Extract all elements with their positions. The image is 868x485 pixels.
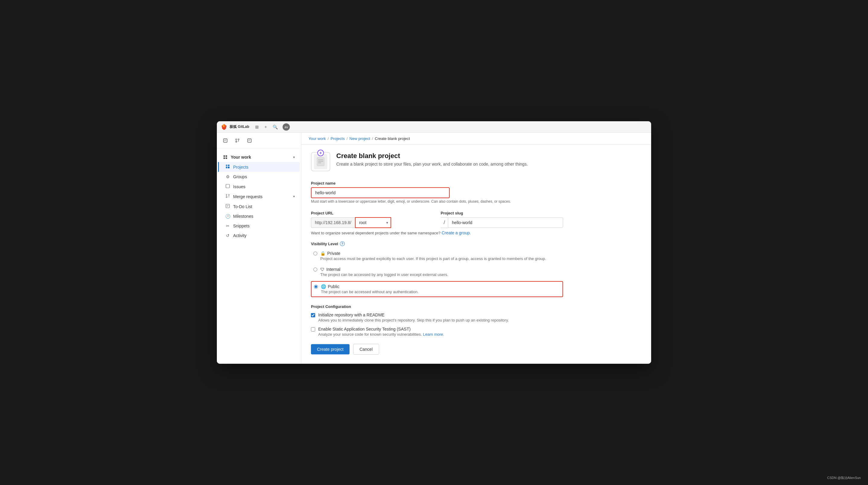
plus-icon: + xyxy=(317,150,324,156)
snippets-icon: ✂ xyxy=(225,223,230,228)
svg-rect-27 xyxy=(226,204,229,208)
sidebar-toggle-icon[interactable]: ⊞ xyxy=(255,125,259,129)
page-icon: + xyxy=(311,152,330,171)
merge-panel-icon[interactable] xyxy=(232,136,242,145)
project-name-section: Project name Must start with a lowercase… xyxy=(311,181,563,204)
chevron-icon: ▾ xyxy=(293,155,295,159)
svg-rect-21 xyxy=(228,166,229,168)
learn-more-link[interactable]: Learn more. xyxy=(423,332,444,337)
sidebar-item-projects-label: Projects xyxy=(233,165,249,170)
sidebar-item-activity-label: Activity xyxy=(233,233,246,238)
sidebar-item-snippets[interactable]: ✂ Snippets xyxy=(218,221,300,231)
public-label: 🌐 Public xyxy=(321,284,418,289)
enable-sast-desc: Analyze your source code for known secur… xyxy=(318,332,444,337)
visibility-private-option: 🔒 Private Project access must be granted… xyxy=(311,249,563,263)
url-slash: / xyxy=(441,217,448,228)
svg-rect-19 xyxy=(226,166,227,168)
breadcrumb-new-project[interactable]: New project xyxy=(349,136,370,141)
namespace-hint-text: Want to organize several dependent proje… xyxy=(311,231,441,235)
visibility-help-icon[interactable]: ? xyxy=(340,241,345,246)
sidebar-item-issues[interactable]: Issues xyxy=(218,182,300,191)
lock-icon: 🔒 xyxy=(320,251,326,256)
sidebar-item-merge-requests[interactable]: Merge requests ▾ xyxy=(218,191,300,202)
visibility-section: Visibility Level ? 🔒 Private Project acc… xyxy=(311,241,563,297)
main-content: Your work / Projects / New project / Cre… xyxy=(301,133,651,364)
svg-rect-5 xyxy=(223,139,227,142)
svg-rect-15 xyxy=(226,155,227,157)
svg-rect-14 xyxy=(223,155,225,157)
visibility-internal-radio[interactable] xyxy=(313,268,317,271)
svg-rect-22 xyxy=(226,184,229,188)
milestones-icon: 🕐 xyxy=(225,214,230,219)
your-work-label: Your work xyxy=(231,155,251,159)
app-logo: 极狐 GitLab xyxy=(220,123,249,130)
svg-rect-11 xyxy=(248,139,251,142)
create-project-button[interactable]: Create project xyxy=(311,344,349,355)
shield-icon: 🛡 xyxy=(320,267,324,272)
project-name-input[interactable] xyxy=(311,187,450,198)
your-work-section: Your work ▾ Projects ⚙ Groups xyxy=(217,151,301,242)
sidebar-item-groups-label: Groups xyxy=(233,174,247,179)
init-readme-desc: Allows you to immediately clone this pro… xyxy=(318,318,509,323)
visibility-public-radio[interactable] xyxy=(314,285,318,289)
visibility-private-radio[interactable] xyxy=(313,251,317,255)
breadcrumb-your-work[interactable]: Your work xyxy=(309,136,326,141)
page-header: + Create blank project Create xyxy=(311,152,563,171)
sidebar-item-snippets-label: Snippets xyxy=(233,223,249,228)
globe-icon: 🌐 xyxy=(321,284,326,289)
project-config-section: Project Configuration Initialize reposit… xyxy=(311,304,563,337)
visibility-internal-option: 🛡 Internal The project can be accessed b… xyxy=(311,265,563,279)
project-config-title: Project Configuration xyxy=(311,304,563,309)
sidebar-item-groups[interactable]: ⚙ Groups xyxy=(218,172,300,182)
namespace-select[interactable]: root xyxy=(355,217,391,228)
blank-file-icon xyxy=(316,157,325,166)
project-url-col: Project URL http://192.168.19.8/ root ▼ xyxy=(311,211,433,228)
add-icon[interactable]: ＋ xyxy=(264,124,268,130)
url-prefix: http://192.168.19.8/ xyxy=(311,217,355,228)
svg-point-9 xyxy=(238,139,239,140)
url-slug-row: Project URL http://192.168.19.8/ root ▼ xyxy=(311,211,563,228)
project-name-hint: Must start with a lowercase or uppercase… xyxy=(311,200,563,204)
page-title: Create blank project xyxy=(336,152,528,160)
issues-icon xyxy=(225,184,230,189)
project-slug-input[interactable] xyxy=(448,217,563,228)
sidebar-item-todo-list[interactable]: To-Do List xyxy=(218,202,300,211)
projects-icon xyxy=(225,164,230,170)
page-icon-inner xyxy=(314,154,327,169)
your-work-icon xyxy=(223,155,228,159)
svg-point-8 xyxy=(236,139,237,140)
your-work-title: Your work xyxy=(223,155,251,159)
private-label: 🔒 Private xyxy=(320,251,546,256)
breadcrumb-sep-2: / xyxy=(346,136,348,141)
issues-panel-icon[interactable] xyxy=(245,136,254,145)
url-row: http://192.168.19.8/ root ▼ xyxy=(311,217,433,228)
page-description: Create a blank project to store your fil… xyxy=(336,162,528,166)
cancel-button[interactable]: Cancel xyxy=(353,344,379,355)
enable-sast-label: Enable Static Application Security Testi… xyxy=(318,327,444,331)
enable-sast-checkbox[interactable] xyxy=(311,327,315,331)
search-icon[interactable]: 🔍 xyxy=(273,125,278,129)
your-work-header[interactable]: Your work ▾ xyxy=(218,152,300,162)
main-layout: Your work ▾ Projects ⚙ Groups xyxy=(217,133,651,364)
public-desc: The project can be accessed without any … xyxy=(321,290,418,294)
create-group-link[interactable]: Create a group. xyxy=(441,231,471,235)
svg-rect-30 xyxy=(317,157,324,166)
page-header-text: Create blank project Create a blank proj… xyxy=(336,152,528,166)
visibility-label-text: Visibility Level xyxy=(311,242,338,246)
init-readme-checkbox[interactable] xyxy=(311,313,315,317)
svg-rect-20 xyxy=(228,165,229,166)
sidebar-item-activity[interactable]: ↺ Activity xyxy=(218,231,300,240)
svg-point-23 xyxy=(226,194,227,195)
private-option-content: 🔒 Private Project access must be granted… xyxy=(320,251,546,261)
fox-icon xyxy=(220,123,228,130)
breadcrumb-sep-3: / xyxy=(372,136,373,141)
breadcrumb-projects[interactable]: Projects xyxy=(331,136,345,141)
private-desc: Project access must be granted explicitl… xyxy=(320,256,546,261)
sidebar-item-projects[interactable]: Projects xyxy=(218,162,300,172)
avatar-icon[interactable]: av xyxy=(283,123,290,130)
todo-panel-icon[interactable] xyxy=(220,136,230,145)
svg-rect-16 xyxy=(223,157,225,159)
watermark: CSDN @陈治AlienSun xyxy=(827,476,861,480)
svg-rect-18 xyxy=(226,165,227,166)
sidebar-item-milestones[interactable]: 🕐 Milestones xyxy=(218,211,300,221)
